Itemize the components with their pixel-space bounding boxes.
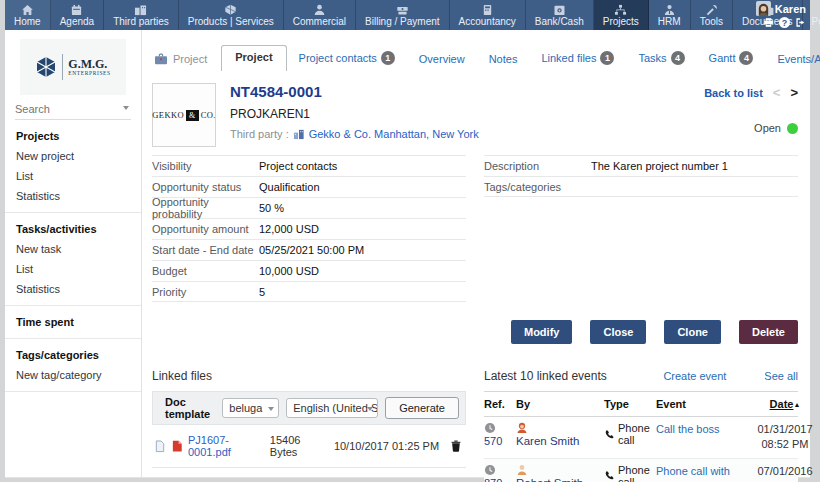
phone-icon [604, 429, 615, 440]
col-type[interactable]: Type [604, 398, 656, 410]
tab-tasks[interactable]: Tasks 4 [626, 51, 696, 71]
user-menu[interactable]: Karen [756, 1, 806, 16]
nav-label: Point of sale [812, 17, 820, 27]
sort-asc-icon: ▲ [793, 401, 800, 408]
detail-value: The Karen project number 1 [591, 160, 728, 172]
tab-linked-files[interactable]: Linked files 1 [529, 51, 626, 71]
woman-avatar-icon [516, 422, 528, 434]
detail-value: 5 [259, 286, 265, 298]
col-date-label[interactable]: Date [770, 398, 794, 410]
event-title-link[interactable]: Call the boss [656, 423, 720, 435]
nav-bank-cash[interactable]: Bank/Cash [526, 0, 594, 30]
nav-tools[interactable]: Tools [691, 0, 733, 30]
tab-notes[interactable]: Notes [477, 53, 530, 71]
create-event-link[interactable]: Create event [663, 370, 726, 382]
status-open-dot [787, 123, 798, 134]
file-date: 10/10/2017 01:25 PM [331, 440, 439, 452]
col-ref[interactable]: Ref. [484, 398, 516, 410]
trash-icon[interactable] [450, 439, 462, 453]
gekko-logo-amp: & [186, 110, 199, 121]
generate-button[interactable]: Generate [385, 397, 459, 419]
sidebar-header-tags[interactable]: Tags/categories [5, 345, 141, 365]
gekko-logo-left: GEKKO [152, 110, 184, 120]
sidebar-header-projects[interactable]: Projects [5, 126, 141, 146]
modify-button[interactable]: Modify [511, 320, 572, 344]
events-table: Ref. By Type Event Date▲ 570 [484, 391, 798, 482]
sidebar-item-task-list[interactable]: List [5, 259, 141, 279]
calendar-icon [70, 4, 83, 16]
doc-generator-bar: Doc template beluga English (United St..… [152, 391, 466, 425]
sidebar-section-projects: Projects New project List Statistics [5, 120, 141, 213]
bottom-panels: Linked files Doc template beluga English… [152, 368, 798, 482]
sidebar-item-project-statistics[interactable]: Statistics [5, 186, 141, 206]
close-button[interactable]: Close [590, 320, 646, 344]
employee-icon [663, 4, 676, 16]
detail-value: 50 % [259, 202, 284, 214]
event-author[interactable]: Robert Smith [516, 477, 604, 482]
help-icon[interactable]: ? [779, 17, 790, 28]
prev-record-arrow[interactable]: < [773, 85, 781, 100]
tab-project-contacts[interactable]: Project contacts 1 [287, 51, 407, 71]
calculator-icon [481, 4, 494, 16]
event-author[interactable]: Karen Smith [516, 435, 604, 447]
delete-button[interactable]: Delete [739, 320, 798, 344]
clone-button[interactable]: Clone [664, 320, 721, 344]
detail-value: 05/25/2021 50:00 PM [259, 244, 364, 256]
sidebar-header-tasks[interactable]: Tasks/activities [5, 219, 141, 239]
nav-agenda[interactable]: Agenda [51, 0, 104, 30]
detail-label: Opportunity amount [152, 223, 259, 235]
nav-products-services[interactable]: Products | Services [179, 0, 284, 30]
nav-accountancy[interactable]: Accountancy [450, 0, 526, 30]
col-by[interactable]: By [516, 398, 604, 410]
project-details: VisibilityProject contacts Opportunity s… [152, 155, 798, 302]
nav-projects[interactable]: Projects [594, 0, 649, 30]
event-type: Phone call [618, 464, 656, 482]
print-icon[interactable] [763, 17, 774, 28]
gmg-logo-mark [35, 56, 57, 78]
company-logo: G.M.G. ENTERPRISES [20, 39, 126, 95]
file-link[interactable]: PJ1607-0001.pdf [188, 434, 265, 458]
tab-overview[interactable]: Overview [407, 53, 477, 71]
event-ref[interactable]: 870 [484, 477, 516, 482]
col-event[interactable]: Event [656, 398, 746, 410]
events-panel: Latest 10 linked events Create event See… [484, 368, 798, 482]
tab-events-agenda[interactable]: Events/Agenda [765, 53, 820, 71]
event-ref[interactable]: 570 [484, 435, 516, 447]
nav-home[interactable]: Home [5, 0, 51, 30]
nav-billing-payment[interactable]: Billing / Payment [356, 0, 449, 30]
back-to-list-link[interactable]: Back to list [704, 87, 763, 99]
tab-project-card[interactable]: Project [152, 52, 221, 71]
see-all-link[interactable]: See all [764, 370, 798, 382]
tab-gantt[interactable]: Gantt 4 [697, 51, 766, 71]
nav-hrm[interactable]: HRM [649, 0, 691, 30]
sidebar-item-project-list[interactable]: List [5, 166, 141, 186]
sidebar-item-new-project[interactable]: New project [5, 146, 141, 166]
tab-project-active[interactable]: Project [221, 45, 286, 71]
search-input[interactable] [15, 103, 115, 115]
search-box [15, 103, 131, 120]
nav-commercial[interactable]: Commercial [284, 0, 356, 30]
nav-label: Projects [603, 17, 639, 27]
thirdparty-link[interactable]: Gekko & Co. Manhattan, New York [309, 128, 479, 140]
sidebar-item-task-statistics[interactable]: Statistics [5, 279, 141, 299]
sidebar-section-tags: Tags/categories New tag/category [5, 339, 141, 392]
template-select[interactable]: beluga [222, 398, 279, 418]
project-label: PROJKAREN1 [230, 107, 628, 121]
sidebar-item-new-task[interactable]: New task [5, 239, 141, 259]
event-title-link[interactable]: Phone call with Mr Vaalen [656, 465, 730, 482]
tab-label: Linked files [541, 52, 596, 64]
nav-label: HRM [658, 17, 681, 27]
chevron-down-icon [367, 407, 373, 411]
nav-third-parties[interactable]: Third parties [104, 0, 179, 30]
col-date[interactable]: Date▲ [746, 398, 820, 410]
sidebar-header-time-spent[interactable]: Time spent [5, 312, 141, 332]
language-select[interactable]: English (United St... [286, 398, 378, 418]
search-caret-icon[interactable] [123, 106, 129, 110]
tab-badge: 1 [600, 51, 614, 65]
man-avatar-icon [516, 464, 528, 476]
logout-icon[interactable] [795, 17, 806, 28]
avatar [756, 1, 771, 16]
sidebar-item-new-tag[interactable]: New tag/category [5, 365, 141, 385]
linked-files-panel: Linked files Doc template beluga English… [152, 368, 466, 482]
next-record-arrow[interactable]: > [790, 85, 798, 100]
